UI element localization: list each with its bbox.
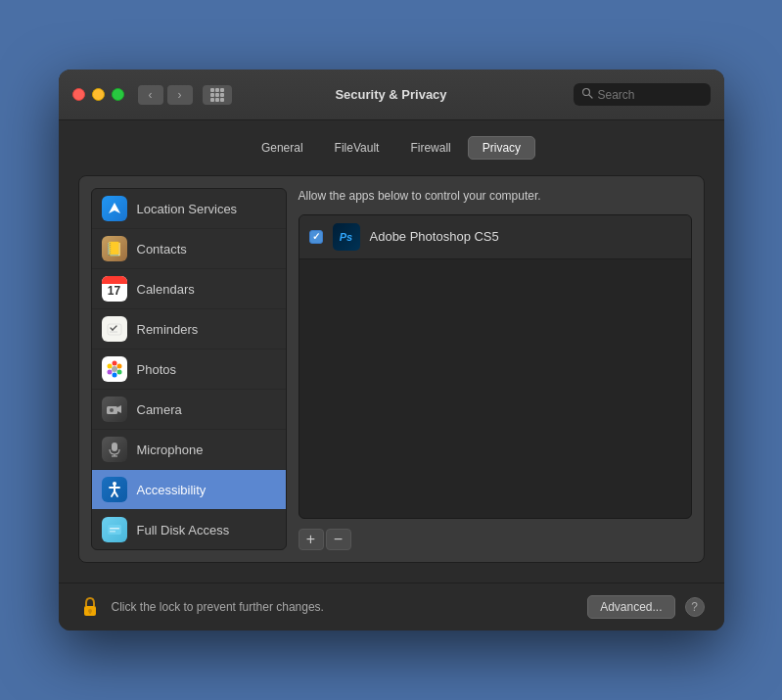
svg-rect-27 xyxy=(110,531,115,533)
help-button[interactable]: ? xyxy=(685,597,705,617)
svg-line-24 xyxy=(115,491,117,496)
app-checkbox[interactable]: ✓ xyxy=(309,230,323,244)
microphone-icon xyxy=(102,437,127,462)
sidebar-label-accessibility: Accessibility xyxy=(137,483,207,497)
svg-rect-26 xyxy=(110,528,119,530)
full-disk-access-icon xyxy=(102,517,127,542)
traffic-lights xyxy=(72,88,124,101)
nav-buttons: ‹ › xyxy=(138,85,232,105)
svg-rect-3 xyxy=(108,324,121,335)
add-app-button[interactable]: + xyxy=(299,529,324,550)
reminders-icon xyxy=(102,316,127,342)
back-button[interactable]: ‹ xyxy=(138,85,163,105)
sidebar-item-contacts[interactable]: 📒 Contacts xyxy=(92,229,286,269)
panel-description: Allow the apps below to control your com… xyxy=(299,188,692,205)
minimize-button[interactable] xyxy=(92,88,105,101)
sidebar-item-location-services[interactable]: Location Services xyxy=(92,189,286,229)
svg-point-8 xyxy=(112,361,116,366)
app-list: ✓ Ps Adobe Photoshop CS5 xyxy=(299,214,692,519)
content-area: General FileVault Firewall Privacy xyxy=(59,120,724,583)
right-panel: Allow the apps below to control your com… xyxy=(299,188,692,550)
footer: Click the lock to prevent further change… xyxy=(59,583,724,630)
svg-point-11 xyxy=(112,373,116,378)
svg-rect-25 xyxy=(108,525,121,535)
sidebar-label-full-disk-access: Full Disk Access xyxy=(137,523,230,537)
titlebar: ‹ › Security & Privacy Search xyxy=(59,70,724,120)
location-services-icon xyxy=(102,196,127,221)
window-title: Security & Privacy xyxy=(335,87,446,102)
svg-point-10 xyxy=(116,370,121,375)
search-placeholder: Search xyxy=(598,88,635,102)
sidebar-item-microphone[interactable]: Microphone xyxy=(92,430,286,470)
svg-marker-15 xyxy=(117,405,121,413)
contacts-icon: 📒 xyxy=(102,236,127,261)
tab-bar: General FileVault Firewall Privacy xyxy=(78,136,705,160)
list-actions: + − xyxy=(299,529,692,550)
grid-icon xyxy=(210,88,224,102)
tab-firewall[interactable]: Firewall xyxy=(395,136,465,160)
tab-general[interactable]: General xyxy=(247,136,318,160)
app-name: Adobe Photoshop CS5 xyxy=(370,229,499,244)
sidebar-item-reminders[interactable]: Reminders xyxy=(92,309,286,350)
remove-app-button[interactable]: − xyxy=(326,529,351,550)
grid-view-button[interactable] xyxy=(203,85,232,105)
sidebar-label-calendars: Calendars xyxy=(137,282,195,297)
sidebar-label-location-services: Location Services xyxy=(137,202,238,216)
forward-button[interactable]: › xyxy=(167,85,193,105)
svg-marker-2 xyxy=(109,203,120,213)
sidebar-item-calendars[interactable]: 17 Calendars xyxy=(92,269,286,309)
lock-description: Click the lock to prevent further change… xyxy=(112,600,578,614)
svg-point-12 xyxy=(107,370,112,375)
svg-rect-17 xyxy=(112,443,117,451)
search-icon xyxy=(581,87,593,102)
tab-privacy[interactable]: Privacy xyxy=(468,136,535,160)
svg-point-16 xyxy=(110,408,114,412)
photos-icon xyxy=(102,356,127,382)
main-panel: Location Services 📒 Contacts 17 Calendar… xyxy=(78,175,705,563)
sidebar-item-full-disk-access[interactable]: Full Disk Access xyxy=(92,510,286,549)
svg-line-1 xyxy=(588,95,591,98)
accessibility-icon xyxy=(102,477,127,502)
forward-arrow-icon: › xyxy=(178,88,182,102)
sidebar-item-camera[interactable]: Camera xyxy=(92,390,286,430)
svg-point-9 xyxy=(116,364,121,369)
sidebar: Location Services 📒 Contacts 17 Calendar… xyxy=(91,188,287,550)
app-icon-photoshop: Ps xyxy=(333,223,360,251)
calendars-icon: 17 xyxy=(102,276,127,302)
checkmark-icon: ✓ xyxy=(312,231,320,242)
svg-point-7 xyxy=(112,366,117,372)
main-window: ‹ › Security & Privacy Search xyxy=(59,70,724,630)
advanced-button[interactable]: Advanced... xyxy=(587,595,674,619)
maximize-button[interactable] xyxy=(112,88,124,101)
tab-filevault[interactable]: FileVault xyxy=(320,136,394,160)
sidebar-label-reminders: Reminders xyxy=(137,322,199,337)
camera-icon xyxy=(102,397,127,422)
close-button[interactable] xyxy=(72,88,85,101)
sidebar-label-photos: Photos xyxy=(137,362,176,377)
table-row[interactable]: ✓ Ps Adobe Photoshop CS5 xyxy=(299,215,691,259)
search-box[interactable]: Search xyxy=(574,83,711,106)
sidebar-label-microphone: Microphone xyxy=(137,443,204,457)
sidebar-label-camera: Camera xyxy=(137,402,182,417)
svg-point-13 xyxy=(107,364,112,369)
lock-button[interactable] xyxy=(78,595,102,619)
sidebar-label-contacts: Contacts xyxy=(137,242,187,257)
sidebar-item-photos[interactable]: Photos xyxy=(92,350,286,390)
back-arrow-icon: ‹ xyxy=(149,88,153,102)
sidebar-item-accessibility[interactable]: Accessibility xyxy=(92,470,286,510)
